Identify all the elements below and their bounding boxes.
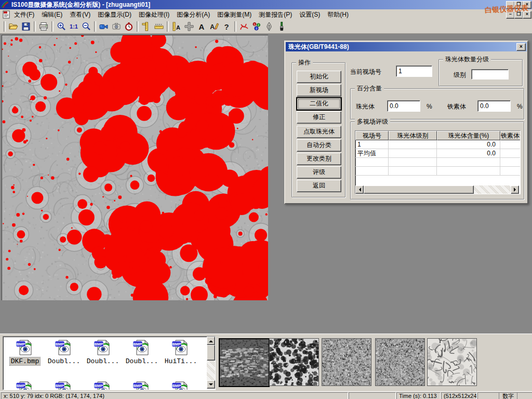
menu-help[interactable]: 帮助(H) bbox=[324, 9, 352, 20]
scroll-down-button[interactable] bbox=[207, 380, 215, 389]
grid-cross-icon bbox=[184, 21, 194, 32]
zoom-in-icon bbox=[56, 21, 66, 32]
thumbnail-3[interactable] bbox=[322, 338, 371, 386]
pen-tool-button[interactable] bbox=[263, 20, 275, 33]
menu-file[interactable]: 文件(F) bbox=[10, 9, 38, 20]
file-name[interactable]: Doubl... bbox=[47, 357, 81, 365]
level-input[interactable] bbox=[471, 69, 509, 79]
col-pearlite-grade[interactable]: 珠光体级别 bbox=[389, 131, 437, 140]
thumbnail-4[interactable] bbox=[375, 338, 425, 386]
file-name[interactable]: Doubl... bbox=[125, 357, 159, 365]
classify-button[interactable]: 123 bbox=[250, 20, 263, 33]
ruler-horizontal-icon bbox=[154, 21, 164, 32]
thumbnail-5[interactable] bbox=[427, 338, 477, 386]
file-name[interactable]: DKF.bmp bbox=[10, 357, 41, 365]
cell: 0.0 bbox=[437, 149, 500, 157]
menu-settings[interactable]: 设置(S) bbox=[296, 9, 324, 20]
correct-button[interactable]: 修正 bbox=[297, 111, 341, 124]
capture-button[interactable] bbox=[110, 20, 123, 33]
video-camera-button[interactable] bbox=[98, 20, 110, 33]
menu-view[interactable]: 查看(V) bbox=[66, 9, 94, 20]
file-vscrollbar[interactable] bbox=[207, 337, 215, 389]
table-row[interactable] bbox=[355, 158, 520, 167]
scroll-track[interactable] bbox=[474, 185, 511, 194]
caliper-button[interactable] bbox=[140, 20, 153, 33]
current-field-input[interactable]: 1 bbox=[396, 65, 432, 77]
grade-button[interactable]: 评级 bbox=[297, 166, 341, 179]
file-item-partial[interactable] bbox=[162, 380, 200, 390]
zoom-in-button[interactable] bbox=[55, 20, 68, 33]
scroll-thumb[interactable] bbox=[207, 345, 215, 361]
file-item-partial[interactable] bbox=[45, 380, 83, 390]
toolbar-separator bbox=[94, 21, 96, 32]
new-field-button[interactable]: 新视场 bbox=[297, 84, 341, 97]
col-ferrite-content[interactable]: 铁素体含量(%) bbox=[500, 131, 521, 140]
pearlite-value-input[interactable]: 0.0 bbox=[387, 100, 420, 112]
scroll-thumb[interactable] bbox=[364, 185, 474, 194]
file-item[interactable]: DKF.bmp bbox=[6, 339, 44, 365]
toolbar-separator bbox=[137, 21, 139, 32]
zoom-out-button[interactable] bbox=[80, 20, 92, 33]
text-button[interactable]: A bbox=[195, 20, 208, 33]
menu-image-processing[interactable]: 图像处理(I) bbox=[135, 9, 173, 20]
window-title: IS100显微摄像系统(金相分析版) - [zhuguangti01] bbox=[11, 1, 150, 9]
bmp-file-icon bbox=[55, 380, 73, 390]
file-item-partial[interactable] bbox=[84, 380, 122, 390]
file-item[interactable]: Doubl... bbox=[45, 339, 83, 365]
init-button[interactable]: 初始化 bbox=[297, 71, 341, 83]
document-system-icon[interactable] bbox=[2, 10, 10, 19]
curve-tool-button[interactable] bbox=[238, 20, 250, 33]
grid-measure-button[interactable] bbox=[183, 20, 195, 33]
table-hscrollbar[interactable] bbox=[355, 185, 519, 194]
thumbnail-1[interactable] bbox=[219, 338, 270, 387]
measure-text-button[interactable]: A bbox=[170, 20, 183, 33]
brush-tool-button[interactable] bbox=[275, 20, 288, 33]
file-name[interactable]: Doubl... bbox=[86, 357, 120, 365]
scroll-up-button[interactable] bbox=[207, 337, 215, 345]
binarize-button[interactable]: 二值化 bbox=[297, 98, 341, 110]
menu-image-analysis[interactable]: 图像分析(A) bbox=[173, 9, 214, 20]
file-item[interactable]: Doubl... bbox=[84, 339, 122, 365]
return-button[interactable]: 返回 bbox=[297, 180, 341, 192]
change-class-button[interactable]: 更改类别 bbox=[297, 153, 341, 165]
status-empty-2 bbox=[477, 392, 499, 399]
scroll-left-button[interactable] bbox=[355, 185, 364, 194]
help-button[interactable]: ? bbox=[220, 20, 233, 33]
file-name[interactable]: HuiTi... bbox=[164, 357, 198, 365]
ruler-button[interactable] bbox=[153, 20, 165, 33]
thumbnail-2[interactable] bbox=[269, 338, 319, 386]
save-button[interactable] bbox=[20, 20, 32, 33]
auto-classify-button[interactable]: 自动分类 bbox=[297, 139, 341, 152]
main-image-canvas[interactable] bbox=[2, 35, 268, 300]
col-pearlite-content[interactable]: 珠光体含量(%) bbox=[437, 131, 500, 140]
col-field-number[interactable]: 视场号 bbox=[355, 131, 389, 140]
table-row[interactable]: 1 0.0 bbox=[355, 140, 520, 149]
annotate-button[interactable]: A bbox=[208, 20, 220, 33]
scroll-right-button[interactable] bbox=[511, 185, 519, 194]
open-button[interactable] bbox=[7, 20, 20, 33]
pick-pearlite-button[interactable]: 点取珠光体 bbox=[297, 126, 341, 138]
red-curve-icon bbox=[239, 21, 249, 32]
print-button[interactable] bbox=[37, 20, 50, 33]
file-item[interactable]: Doubl... bbox=[123, 339, 161, 365]
timer-button[interactable] bbox=[123, 20, 135, 33]
toolbar: 1:1 A A A ? 123 bbox=[0, 20, 532, 34]
dialog-title-bar[interactable]: 珠光体(GB/T9441-88) bbox=[286, 42, 527, 51]
status-image-size: (512x512x24) bbox=[441, 392, 477, 399]
ferrite-value-input[interactable]: 0.0 bbox=[477, 100, 511, 112]
status-time: Time (s): 0.113 bbox=[396, 392, 441, 399]
menu-edit[interactable]: 编辑(E) bbox=[38, 9, 66, 20]
bmp-file-icon bbox=[172, 339, 190, 356]
menu-measure-report[interactable]: 测量报告(P) bbox=[255, 9, 296, 20]
file-item[interactable]: HuiTi... bbox=[162, 339, 200, 365]
menu-image-measure[interactable]: 图像测量(M) bbox=[214, 9, 255, 20]
file-item-partial[interactable] bbox=[6, 380, 44, 390]
bmp-file-icon bbox=[172, 380, 190, 390]
table-row[interactable]: 平均值 0.0 bbox=[355, 149, 520, 158]
file-item-partial[interactable] bbox=[123, 380, 161, 390]
dialog-close-button[interactable]: × bbox=[516, 43, 526, 51]
table-row[interactable] bbox=[355, 167, 520, 176]
actual-size-button[interactable]: 1:1 bbox=[68, 20, 80, 33]
app-logo-icon bbox=[1, 1, 9, 9]
menu-image-display[interactable]: 图像显示(D) bbox=[94, 9, 135, 20]
